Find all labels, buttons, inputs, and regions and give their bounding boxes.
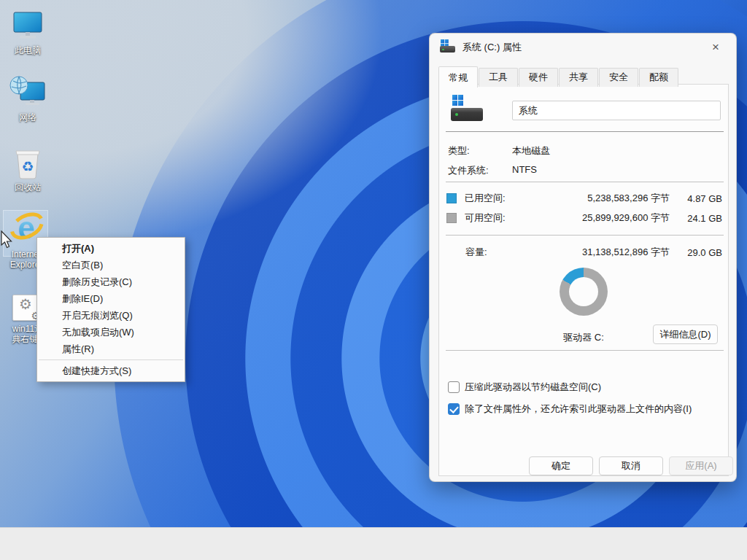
used-space-bytes: 5,238,583,296 字节 xyxy=(559,192,670,205)
taskbar: 系统 (C:) 属性 英 拼 xyxy=(0,527,747,560)
index-checkbox-row[interactable]: 除了文件属性外，还允许索引此驱动器上文件的内容(I) xyxy=(448,402,692,416)
filesystem-value: NTFS xyxy=(512,164,537,177)
free-space-size: 24.1 GB xyxy=(670,213,722,224)
apply-button[interactable]: 应用(A) xyxy=(669,456,733,475)
separator xyxy=(446,235,724,236)
menu-item-inprivate[interactable]: 开启无痕浏览(Q) xyxy=(37,307,185,324)
separator xyxy=(446,131,724,132)
this-pc-icon xyxy=(6,9,50,42)
menu-item-delete-ie[interactable]: 删除IE(D) xyxy=(37,290,185,307)
mouse-cursor xyxy=(1,230,13,252)
recycle-bin-icon: ♻ xyxy=(6,146,50,179)
ok-button[interactable]: 确定 xyxy=(529,456,593,475)
disk-usage-donut-chart xyxy=(560,268,608,316)
menu-item-no-addons[interactable]: 无加载项启动(W) xyxy=(37,324,185,341)
cancel-button[interactable]: 取消 xyxy=(599,456,663,475)
tab-quota[interactable]: 配额 xyxy=(639,68,678,87)
filesystem-label: 文件系统: xyxy=(448,164,512,177)
icon-label: 此电脑 xyxy=(6,45,50,55)
tab-sharing[interactable]: 共享 xyxy=(559,68,598,87)
dialog-title: 系统 (C:) 属性 xyxy=(462,41,522,54)
free-space-swatch xyxy=(446,213,457,223)
menu-item-open[interactable]: 打开(A) xyxy=(37,240,185,257)
menu-item-properties[interactable]: 属性(R) xyxy=(37,341,185,357)
gear-icon: ⚙ xyxy=(19,295,32,313)
network-icon xyxy=(6,76,50,109)
menu-item-blank-page[interactable]: 空白页(B) xyxy=(37,257,185,273)
tab-tools[interactable]: 工具 xyxy=(479,68,518,87)
desktop-icon-this-pc[interactable]: 此电脑 xyxy=(6,9,50,55)
free-space-row: 可用空间: 25,899,929,600 字节 24.1 GB xyxy=(446,211,722,225)
separator xyxy=(446,182,724,182)
used-space-swatch xyxy=(446,193,457,203)
capacity-label: 容量: xyxy=(465,246,559,259)
capacity-row: 容量: 31,138,512,896 字节 29.0 GB xyxy=(446,246,722,259)
ie-context-menu: 打开(A) 空白页(B) 删除历史记录(C) 删除IE(D) 开启无痕浏览(Q)… xyxy=(36,237,185,382)
compress-checkbox[interactable] xyxy=(448,381,460,393)
drive-caption: 驱动器 C: xyxy=(533,331,635,344)
svg-text:♻: ♻ xyxy=(21,159,34,174)
menu-item-delete-history[interactable]: 删除历史记录(C) xyxy=(37,273,185,290)
close-icon[interactable]: × xyxy=(701,36,730,58)
index-checkbox[interactable] xyxy=(448,403,460,415)
icon-label: 网络 xyxy=(6,112,50,122)
volume-label-field[interactable]: 系统 xyxy=(512,101,721,120)
capacity-bytes: 31,138,512,896 字节 xyxy=(559,246,670,259)
free-space-label: 可用空间: xyxy=(465,211,559,225)
icon-label: 回收站 xyxy=(6,182,50,192)
tab-hardware[interactable]: 硬件 xyxy=(519,68,558,87)
drive-icon-large xyxy=(451,95,484,127)
type-value: 本地磁盘 xyxy=(512,144,550,158)
details-button[interactable]: 详细信息(D) xyxy=(653,324,718,344)
filesystem-row: 文件系统: NTFS xyxy=(448,164,722,177)
tab-general[interactable]: 常规 xyxy=(438,66,478,88)
drive-icon xyxy=(440,39,456,55)
used-space-size: 4.87 GB xyxy=(670,193,722,204)
separator xyxy=(446,350,724,351)
compress-checkbox-label: 压缩此驱动器以节约磁盘空间(C) xyxy=(465,381,601,394)
tab-strip: 常规 工具 硬件 共享 安全 配额 xyxy=(438,66,679,87)
compress-checkbox-row[interactable]: 压缩此驱动器以节约磁盘空间(C) xyxy=(448,381,601,394)
type-row: 类型: 本地磁盘 xyxy=(448,144,722,158)
capacity-size: 29.0 GB xyxy=(670,247,722,258)
type-label: 类型: xyxy=(448,144,512,158)
used-space-row: 已用空间: 5,238,583,296 字节 4.87 GB xyxy=(446,192,722,205)
dialog-titlebar[interactable]: 系统 (C:) 属性 × xyxy=(430,34,736,61)
menu-separator xyxy=(39,359,183,360)
free-space-bytes: 25,899,929,600 字节 xyxy=(559,211,670,225)
desktop-icon-network[interactable]: 网络 xyxy=(6,76,50,122)
index-checkbox-label: 除了文件属性外，还允许索引此驱动器上文件的内容(I) xyxy=(465,402,692,416)
desktop-icon-recycle-bin[interactable]: ♻ 回收站 xyxy=(6,146,50,192)
tab-security[interactable]: 安全 xyxy=(599,68,638,87)
used-space-label: 已用空间: xyxy=(465,192,559,205)
drive-properties-dialog: 系统 (C:) 属性 × 常规 工具 硬件 共享 安全 配额 系统 类型: 本地… xyxy=(429,33,737,482)
general-tab-panel: 系统 类型: 本地磁盘 文件系统: NTFS 已用空间: 5,238,583,2… xyxy=(438,84,729,476)
menu-item-create-shortcut[interactable]: 创建快捷方式(S) xyxy=(37,362,185,379)
